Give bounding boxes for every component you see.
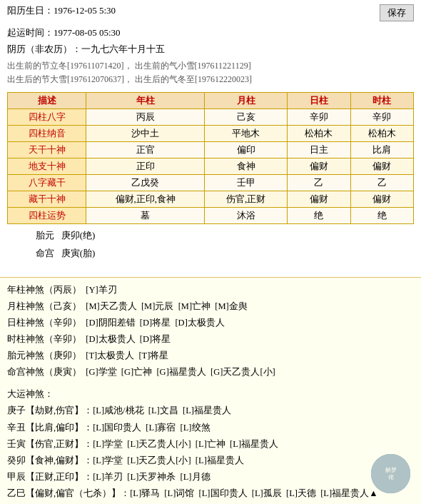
row-cell: 平地木 xyxy=(205,126,288,142)
year-pillar-tags: [Y]羊刃 xyxy=(86,285,116,295)
dayun-item-5: 甲辰【正财,正印】：[L]羊刃 [L]天罗神杀 [L]月德 xyxy=(7,469,414,485)
post-dongzhi-label: 出生后的气冬至 xyxy=(135,74,195,84)
lunar-label: 阴历（非农历）： xyxy=(7,44,81,54)
month-pillar-label: 月柱神煞（己亥） xyxy=(7,301,81,311)
bazi-table-wrap: 描述 年柱 月柱 日柱 时柱 四柱八字丙辰己亥辛卯辛卯四柱纳音沙中土平地木松柏木… xyxy=(0,88,421,269)
dayun-item-3: 壬寅【伤官,正财】：[L]学堂 [L]天乙贵人[小] [L]亡神 [L]福星贵人 xyxy=(7,436,414,453)
row-cell: 正官 xyxy=(86,142,205,158)
day-pillar-label: 日柱神煞（辛卯） xyxy=(7,318,81,328)
solar-birthday-label: 阳历生日： xyxy=(7,5,54,16)
post-daxue-label: 出生后的节大雪 xyxy=(7,74,67,84)
row-header: 八字藏干 xyxy=(8,175,86,191)
row-cell: 松柏木 xyxy=(350,126,413,142)
taiyuan-shensha-tags: [T]太极贵人 [T]将星 xyxy=(86,351,168,361)
lunar-line: 阴历（非农历）：一九七六年十月十五 xyxy=(7,41,414,57)
dayun-item-6: 乙巳【偏财,偏官（七杀）】：[L]驿马 [L]词馆 [L]国印贵人 [L]孤辰 … xyxy=(7,485,414,502)
row-cell: 偏财,正印,食神 xyxy=(86,191,205,208)
pre-jieqi-label: 出生前的节立冬 xyxy=(7,61,67,71)
save-button[interactable]: 保存 xyxy=(380,4,414,21)
minggong-label: 命宫 xyxy=(36,248,54,258)
row-header: 四柱纳音 xyxy=(8,126,86,142)
row-header: 四柱运势 xyxy=(8,208,86,224)
row-header: 地支十神 xyxy=(8,158,86,175)
row-cell: 日主 xyxy=(288,142,350,158)
dayun-item-2: 辛丑【比肩,偏印】：[L]国印贵人 [L]寡宿 [L]绞煞 xyxy=(7,420,414,436)
hour-pillar-tags: [D]太极贵人 [D]将星 xyxy=(86,334,171,344)
row-cell: 偏财 xyxy=(288,158,350,175)
post-daxue-date: [197612070637] xyxy=(67,74,124,84)
pre-xiaoxue-label: 出生前的气小雪 xyxy=(135,61,195,71)
row-cell: 绝 xyxy=(350,208,413,224)
minggong-row: 命宫 庚寅(胎) xyxy=(36,245,407,263)
row-cell: 正印 xyxy=(86,158,205,175)
pre-xiaoxue-date: [197611221129] xyxy=(195,61,251,71)
year-pillar-shensha: 年柱神煞（丙辰） [Y]羊刃 xyxy=(7,282,414,298)
row-cell: 乙戊癸 xyxy=(86,175,205,191)
top-bar: 阳历生日：1976-12-05 5:30 保存 xyxy=(0,0,421,24)
month-pillar-shensha: 月柱神煞（己亥） [M]天乙贵人 [M]元辰 [M]亡神 [M]金舆 xyxy=(7,298,414,315)
row-cell: 己亥 xyxy=(205,109,288,126)
col-header-hour: 时柱 xyxy=(350,93,413,109)
node-info: 出生前的节立冬[197611071420]， 出生前的气小雪[197611221… xyxy=(0,58,421,88)
row-cell: 丙辰 xyxy=(86,109,205,126)
post-dongzhi-date: [197612220023] xyxy=(195,74,252,84)
taiyuan-value: 庚卯(绝) xyxy=(61,230,96,241)
dayun-item-4: 癸卯【食神,偏财】：[L]学堂 [L]天乙贵人[小] [L]福星贵人 xyxy=(7,453,414,469)
solar-birthday-line: 阳历生日：1976-12-05 5:30 xyxy=(7,4,116,17)
row-cell: 食神 xyxy=(205,158,288,175)
row-cell: 乙 xyxy=(288,175,350,191)
bazi-extra: 胎元 庚卯(绝) 命宫 庚寅(胎) xyxy=(7,224,414,265)
col-header-day: 日柱 xyxy=(288,93,350,109)
row-cell: 沙中土 xyxy=(86,126,205,142)
taiyuan-row: 胎元 庚卯(绝) xyxy=(36,227,407,245)
row-cell: 乙 xyxy=(350,175,413,191)
row-cell: 绝 xyxy=(288,208,350,224)
row-cell: 辛卯 xyxy=(288,109,350,126)
dayun-item-1: 庚子【劫财,伤官】：[L]咸池/桃花 [L]文昌 [L]福星贵人 xyxy=(7,403,414,419)
col-header-month: 月柱 xyxy=(205,93,288,109)
dayun-section: 大运神煞： 庚子【劫财,伤官】：[L]咸池/桃花 [L]文昌 [L]福星贵人 辛… xyxy=(7,386,414,504)
bazi-table: 描述 年柱 月柱 日柱 时柱 四柱八字丙辰己亥辛卯辛卯四柱纳音沙中土平地木松柏木… xyxy=(7,92,414,224)
row-cell: 伤官,正财 xyxy=(205,191,288,208)
col-header-year: 年柱 xyxy=(86,93,205,109)
minggong-value: 庚寅(胎) xyxy=(61,248,96,258)
year-pillar-label: 年柱神煞（丙辰） xyxy=(7,285,81,295)
row-header: 藏干十神 xyxy=(8,191,86,208)
row-cell: 偏印 xyxy=(205,142,288,158)
day-pillar-shensha: 日柱神煞（辛卯） [D]阴阳差错 [D]将星 [D]太极贵人 xyxy=(7,315,414,331)
qiyun-value: 1977-08-05 05:30 xyxy=(54,27,121,38)
row-header: 天干十神 xyxy=(8,142,86,158)
minggong-shensha-tags: [G]学堂 [G]亡神 [G]福星贵人 [G]天乙贵人[小] xyxy=(86,367,275,377)
taiyuan-shensha-label: 胎元神煞（庚卯） xyxy=(7,351,81,361)
qiyun-label: 起运时间： xyxy=(7,27,54,38)
row-cell: 偏财 xyxy=(350,158,413,175)
hour-pillar-label: 时柱神煞（辛卯） xyxy=(7,334,81,344)
col-header-desc: 描述 xyxy=(8,93,86,109)
row-cell: 壬甲 xyxy=(205,175,288,191)
shensha-block: 年柱神煞（丙辰） [Y]羊刃 月柱神煞（己亥） [M]天乙贵人 [M]元辰 [M… xyxy=(0,277,421,504)
month-pillar-tags: [M]天乙贵人 [M]元辰 [M]亡神 [M]金舆 xyxy=(86,301,248,311)
row-header: 四柱八字 xyxy=(8,109,86,126)
hour-pillar-shensha: 时柱神煞（辛卯） [D]太极贵人 [D]将星 xyxy=(7,331,414,348)
taiyuan-shensha: 胎元神煞（庚卯） [T]太极贵人 [T]将星 xyxy=(7,348,414,364)
row-cell: 辛卯 xyxy=(350,109,413,126)
row-cell: 松柏木 xyxy=(288,126,350,142)
row-cell: 偏财 xyxy=(350,191,413,208)
lunar-value: 一九七六年十月十五 xyxy=(81,44,165,54)
dayun-title: 大运神煞： xyxy=(7,386,414,403)
qiyun-line: 起运时间：1977-08-05 05:30 xyxy=(7,24,414,41)
pre-jieqi-date: [197611071420] xyxy=(67,61,124,71)
day-pillar-tags: [D]阴阳差错 [D]将星 [D]太极贵人 xyxy=(86,318,225,328)
row-cell: 偏财 xyxy=(288,191,350,208)
row-cell: 墓 xyxy=(86,208,205,224)
taiyuan-label: 胎元 xyxy=(36,230,54,241)
header-info: 阳历生日：1976-12-05 5:30 xyxy=(7,4,116,17)
solar-birthday-value: 1976-12-05 5:30 xyxy=(54,5,116,16)
row-cell: 比肩 xyxy=(350,142,413,158)
minggong-shensha: 命宫神煞（庚寅） [G]学堂 [G]亡神 [G]福星贵人 [G]天乙贵人[小] xyxy=(7,364,414,380)
minggong-shensha-label: 命宫神煞（庚寅） xyxy=(7,367,81,377)
row-cell: 沐浴 xyxy=(205,208,288,224)
info-block: 起运时间：1977-08-05 05:30 阴历（非农历）：一九七六年十月十五 xyxy=(0,24,421,58)
